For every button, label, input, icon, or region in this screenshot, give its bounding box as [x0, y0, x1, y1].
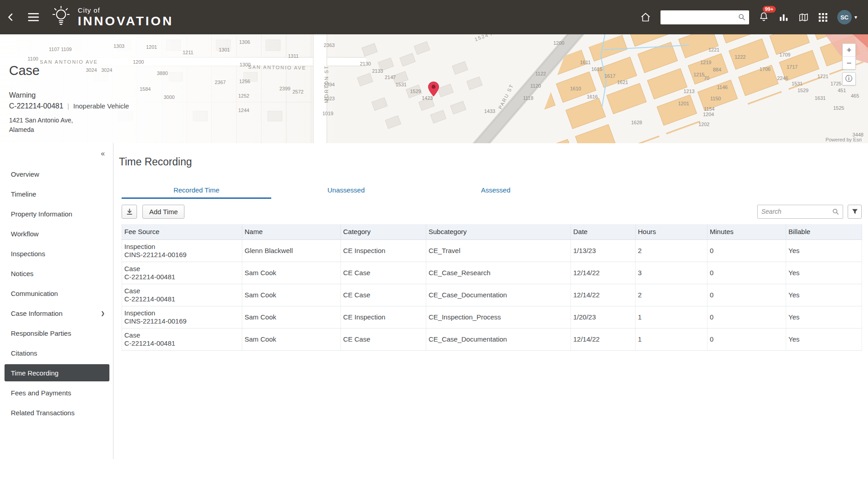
map-parcel-label: 1122	[535, 71, 546, 76]
table-row[interactable]: CaseC-221214-00481Sam CookCE CaseCE_Case…	[122, 284, 862, 306]
map-parcel-label: 1615	[591, 66, 602, 72]
map-parcel-label: 1706	[760, 66, 770, 72]
table-row[interactable]: CaseC-221214-00481Sam CookCE CaseCE_Case…	[122, 328, 862, 350]
location-pin-icon[interactable]	[428, 81, 439, 97]
map-parcel-label: 1019	[322, 111, 333, 116]
map-parcel-label: 2130	[360, 61, 371, 66]
cell-date: 12/14/22	[571, 284, 636, 306]
divider: |	[67, 102, 69, 110]
map-street-label: PARU ST	[497, 83, 514, 110]
sidebar-item-related-transactions[interactable]: Related Transactions	[0, 403, 113, 422]
table-body: InspectionCINS-221214-00169Glenn Blackwe…	[122, 239, 862, 350]
map-parcel-label: 1301	[219, 47, 230, 52]
cell-category: CE Inspection	[341, 306, 426, 328]
sidebar-item-label: Notices	[11, 270, 33, 277]
cell-minutes: 0	[708, 239, 786, 262]
column-header-subcategory: Subcategory	[426, 224, 571, 239]
sidebar-collapse-button[interactable]: «	[101, 150, 105, 158]
filter-button[interactable]	[848, 205, 862, 219]
apps-button[interactable]	[818, 13, 828, 22]
download-button[interactable]	[122, 205, 137, 219]
cell-hours: 3	[636, 262, 708, 284]
table-header-row: Fee SourceNameCategorySubcategoryDateHou…	[122, 224, 862, 239]
sidebar-item-label: Communication	[11, 290, 58, 297]
cell-date: 1/13/23	[571, 239, 636, 262]
sidebar-item-label: Overview	[11, 170, 39, 178]
map-controls: + − ⓘ	[842, 43, 856, 85]
sidebar-item-time-recording[interactable]: Time Recording	[5, 364, 109, 381]
table-row[interactable]: InspectionCINS-221214-00169Glenn Blackwe…	[122, 239, 862, 262]
map-parcel-label: 1717	[787, 64, 797, 70]
sidebar-item-workflow[interactable]: Workflow	[0, 224, 113, 244]
add-time-button[interactable]: Add Time	[142, 205, 184, 219]
sidebar-item-fees-and-payments[interactable]: Fees and Payments	[0, 383, 113, 403]
map-parcel-label: 1709	[779, 52, 790, 57]
analytics-button[interactable]	[778, 12, 789, 23]
table-row[interactable]: CaseC-221214-00481Sam CookCE CaseCE_Case…	[122, 262, 862, 284]
map[interactable]: 1107110911001303120112111301130613112363…	[0, 34, 868, 143]
table-search-box	[757, 205, 843, 219]
global-search-input[interactable]	[664, 14, 738, 21]
sidebar-item-property-information[interactable]: Property Information	[0, 204, 113, 224]
chevron-right-icon: ❯	[101, 310, 105, 316]
sidebar-item-communication[interactable]: Communication	[0, 283, 113, 303]
map-parcel-label: 1215	[693, 72, 704, 77]
tab-unassessed[interactable]: Unassessed	[271, 183, 421, 199]
tab-assessed[interactable]: Assessed	[421, 183, 571, 199]
sidebar-item-overview[interactable]: Overview	[0, 164, 113, 184]
app-logo: City of INNOVATION	[50, 5, 174, 30]
sidebar-item-timeline[interactable]: Timeline	[0, 184, 113, 204]
map-parcel-label: 1721	[817, 74, 828, 79]
map-parcel-label: 1252	[238, 93, 249, 99]
zoom-out-button[interactable]: −	[843, 56, 855, 69]
map-info-button[interactable]: ⓘ	[842, 72, 856, 85]
map-parcel-label: 2133	[372, 68, 383, 74]
sidebar-item-notices[interactable]: Notices	[0, 263, 113, 283]
search-icon[interactable]	[832, 208, 839, 215]
cell-fee-source: CaseC-221214-00481	[122, 284, 242, 306]
cell-minutes: 0	[708, 306, 786, 328]
cell-subcategory: CE_Case_Documentation	[426, 328, 571, 350]
logo-line1: City of	[78, 7, 174, 14]
table-row[interactable]: InspectionCINS-221214-00169Sam CookCE In…	[122, 306, 862, 328]
zoom-in-button[interactable]: +	[843, 44, 855, 56]
cell-billable: Yes	[786, 328, 862, 350]
map-button[interactable]	[798, 12, 809, 23]
sidebar-item-label: Related Transactions	[11, 409, 75, 417]
map-parcel-label: 1628	[631, 120, 642, 125]
tab-recorded-time[interactable]: Recorded Time	[122, 183, 271, 199]
cell-fee-source: CaseC-221214-00481	[122, 328, 242, 350]
map-parcel-label: 1311	[288, 53, 299, 59]
map-icon	[798, 12, 809, 23]
menu-button[interactable]	[22, 0, 45, 34]
case-address-line1: 1421 San Antonio Ave,	[9, 117, 73, 124]
sidebar-item-label: Inspections	[11, 250, 45, 258]
sidebar-item-case-information[interactable]: Case Information❯	[0, 303, 113, 323]
hamburger-icon	[28, 13, 39, 22]
home-button[interactable]	[640, 12, 651, 23]
cell-hours: 1	[636, 328, 708, 350]
main-content: Time Recording Recorded TimeUnassessedAs…	[113, 143, 868, 488]
cell-fee-source: CaseC-221214-00481	[122, 262, 242, 284]
map-parcel-label: 1631	[815, 95, 826, 101]
cell-category: CE Case	[341, 328, 426, 350]
sidebar-item-inspections[interactable]: Inspections	[0, 244, 113, 263]
map-parcel-label: 1433	[484, 108, 495, 114]
back-button[interactable]	[0, 0, 22, 34]
search-icon[interactable]	[738, 14, 745, 21]
map-parcel-label: 1531	[792, 81, 802, 86]
table-search-input[interactable]	[761, 208, 832, 215]
cell-name: Sam Cook	[242, 306, 341, 328]
chevron-down-icon: ▾	[854, 14, 857, 20]
global-search-box	[660, 10, 749, 24]
cell-billable: Yes	[786, 284, 862, 306]
cell-hours: 2	[636, 284, 708, 306]
case-address-line2: Alameda	[9, 126, 34, 133]
download-icon	[126, 208, 133, 216]
map-parcel-label: 1244	[238, 108, 249, 113]
user-menu[interactable]: SC ▾	[837, 10, 857, 24]
notifications-button[interactable]: 99+	[759, 11, 769, 23]
sidebar-item-responsible-parties[interactable]: Responsible Parties	[0, 323, 113, 343]
cell-fee-source: InspectionCINS-221214-00169	[122, 239, 242, 262]
sidebar-item-citations[interactable]: Citations	[0, 343, 113, 363]
